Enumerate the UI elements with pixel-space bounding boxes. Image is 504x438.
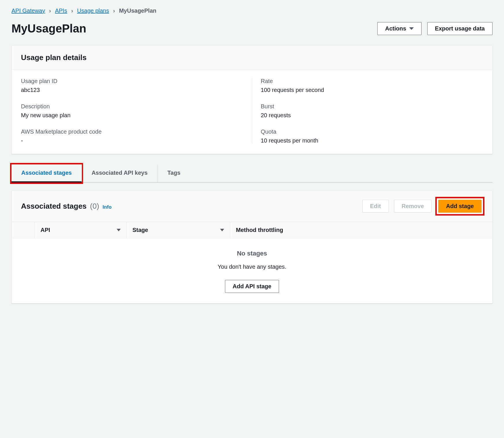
usage-plan-details-panel: Usage plan details Usage plan ID abc123 …: [11, 45, 493, 154]
associated-stages-header: Associated stages (0) Info Edit Remove A…: [12, 191, 492, 222]
page-header: MyUsagePlan Actions Export usage data: [11, 22, 493, 35]
field-quota: Quota 10 requests per month: [261, 128, 483, 144]
header-actions: Actions Export usage data: [377, 22, 493, 35]
details-col-left: Usage plan ID abc123 Description My new …: [21, 78, 252, 144]
field-value: 20 requests: [261, 112, 483, 119]
add-api-stage-button-label: Add API stage: [233, 283, 272, 290]
column-api-label: API: [41, 227, 50, 233]
usage-plan-details-body: Usage plan ID abc123 Description My new …: [12, 70, 492, 154]
column-method-throttling[interactable]: Method throttling: [230, 222, 492, 238]
chevron-right-icon: ›: [113, 7, 115, 14]
column-method-throttling-label: Method throttling: [236, 227, 283, 233]
field-label: Description: [21, 103, 243, 110]
page-title: MyUsagePlan: [11, 22, 86, 35]
add-stage-button[interactable]: Add stage: [438, 200, 482, 213]
add-api-stage-button[interactable]: Add API stage: [225, 280, 279, 293]
sort-icon: [117, 229, 121, 231]
sort-icon: [220, 229, 224, 231]
field-value: -: [21, 137, 243, 144]
breadcrumb-link-apis[interactable]: APIs: [55, 7, 67, 14]
chevron-right-icon: ›: [49, 7, 51, 14]
field-burst: Burst 20 requests: [261, 103, 483, 119]
field-value: abc123: [21, 87, 243, 93]
breadcrumb-link-api-gateway[interactable]: API Gateway: [11, 7, 45, 14]
field-description: Description My new usage plan: [21, 103, 243, 119]
edit-button[interactable]: Edit: [362, 200, 389, 213]
remove-button-label: Remove: [402, 203, 424, 210]
column-select: [12, 222, 35, 238]
tab-associated-stages[interactable]: Associated stages: [11, 164, 82, 182]
breadcrumb-link-usage-plans[interactable]: Usage plans: [77, 7, 109, 14]
usage-plan-details-title: Usage plan details: [21, 53, 86, 62]
tab-associated-api-keys[interactable]: Associated API keys: [82, 164, 157, 182]
field-label: Burst: [261, 103, 483, 110]
field-label: Quota: [261, 128, 483, 135]
usage-plan-details-header: Usage plan details: [12, 46, 492, 70]
column-api[interactable]: API: [35, 222, 127, 238]
details-col-right: Rate 100 requests per second Burst 20 re…: [252, 78, 483, 144]
column-stage[interactable]: Stage: [127, 222, 230, 238]
breadcrumb: API Gateway › APIs › Usage plans › MyUsa…: [11, 6, 493, 22]
actions-button[interactable]: Actions: [377, 22, 421, 35]
associated-stages-count: (0): [90, 202, 99, 211]
empty-state-subtitle: You don't have any stages.: [18, 264, 486, 270]
associated-stages-title: Associated stages: [21, 202, 86, 211]
field-value: 10 requests per month: [261, 137, 483, 144]
empty-state-title: No stages: [18, 250, 486, 257]
actions-button-label: Actions: [385, 25, 406, 32]
export-usage-data-label: Export usage data: [435, 25, 485, 32]
field-marketplace-code: AWS Marketplace product code -: [21, 128, 243, 144]
details-grid: Usage plan ID abc123 Description My new …: [21, 78, 483, 144]
chevron-right-icon: ›: [71, 7, 73, 14]
stages-table-header: API Stage Method throttling: [12, 222, 492, 238]
tab-tags[interactable]: Tags: [157, 164, 190, 182]
stages-empty-state: No stages You don't have any stages. Add…: [12, 238, 492, 303]
field-label: Usage plan ID: [21, 78, 243, 84]
field-label: AWS Marketplace product code: [21, 128, 243, 135]
field-rate: Rate 100 requests per second: [261, 78, 483, 93]
info-link[interactable]: Info: [103, 204, 111, 210]
field-label: Rate: [261, 78, 483, 84]
caret-down-icon: [409, 27, 414, 30]
column-stage-label: Stage: [132, 227, 148, 233]
associated-stages-panel: Associated stages (0) Info Edit Remove A…: [11, 191, 493, 303]
export-usage-data-button[interactable]: Export usage data: [427, 22, 493, 35]
remove-button[interactable]: Remove: [394, 200, 432, 213]
tabs: Associated stages Associated API keys Ta…: [11, 164, 493, 182]
field-value: My new usage plan: [21, 112, 243, 119]
breadcrumb-current: MyUsagePlan: [119, 7, 156, 14]
field-usage-plan-id: Usage plan ID abc123: [21, 78, 243, 93]
field-value: 100 requests per second: [261, 87, 483, 93]
add-stage-button-label: Add stage: [446, 203, 474, 210]
associated-stages-actions: Edit Remove Add stage: [362, 198, 483, 214]
edit-button-label: Edit: [370, 203, 381, 210]
associated-stages-title-wrap: Associated stages (0) Info: [21, 202, 111, 211]
